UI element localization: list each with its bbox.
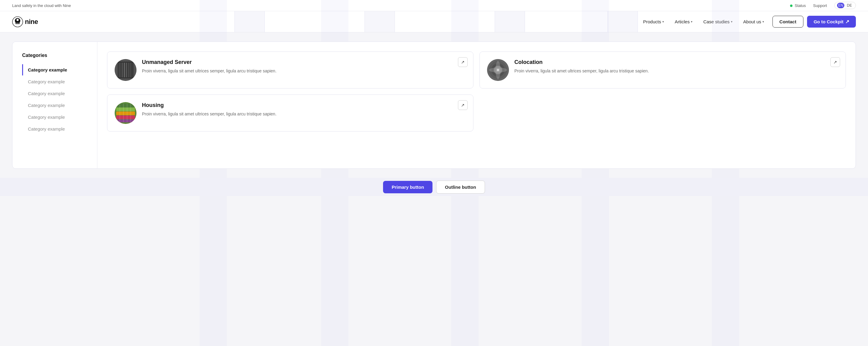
svg-point-4 <box>16 23 17 24</box>
tagline: Land safely in the cloud with Nine <box>12 3 71 8</box>
svg-point-5 <box>17 23 18 24</box>
lang-de-button[interactable]: DE <box>845 3 853 8</box>
card-arrow-housing[interactable]: ↗ <box>458 100 468 110</box>
status-dot <box>790 5 793 7</box>
card-image-server <box>115 59 136 81</box>
housing-image <box>115 102 136 124</box>
svg-rect-12 <box>124 63 125 77</box>
sidebar-title: Categories <box>22 53 90 58</box>
lang-en-button[interactable]: EN <box>837 3 845 8</box>
col-dec-1 <box>235 11 265 32</box>
cards-area: Unmanaged Server Proin viverra, ligula s… <box>97 42 856 168</box>
chevron-down-icon: ▾ <box>691 20 692 23</box>
card-title-colocation: Colocation <box>515 59 838 65</box>
sidebar-item-1[interactable]: Category example <box>22 76 90 87</box>
card-desc-colocation: Proin viverra, ligula sit amet ultrices … <box>515 68 838 74</box>
logo-text: nine <box>25 18 38 26</box>
svg-rect-30 <box>116 119 135 123</box>
logo-icon <box>12 16 23 27</box>
card-content-colocation: Colocation Proin viverra, ligula sit ame… <box>515 59 838 74</box>
cockpit-button[interactable]: Go to Cockpit ↗ <box>807 16 856 28</box>
chevron-down-icon: ▾ <box>763 20 764 23</box>
card-unmanaged-server[interactable]: Unmanaged Server Proin viverra, ligula s… <box>107 51 473 89</box>
header: nine Products ▾ Articles ▾ Case studies … <box>0 11 868 32</box>
card-arrow-colocation[interactable]: ↗ <box>830 57 840 67</box>
cards-row-2: Housing Proin viverra, ligula sit amet u… <box>107 95 846 132</box>
col-dec-3 <box>495 11 525 32</box>
contact-button[interactable]: Contact <box>772 16 803 28</box>
card-arrow-server[interactable]: ↗ <box>458 57 468 67</box>
svg-rect-11 <box>123 63 123 77</box>
sidebar-item-3[interactable]: Category example <box>22 100 90 111</box>
svg-rect-15 <box>130 63 130 77</box>
sidebar-item-2[interactable]: Category example <box>22 88 90 99</box>
language-switcher[interactable]: EN DE <box>834 2 856 9</box>
outline-button[interactable]: Outline button <box>436 181 485 194</box>
status-indicator: Status <box>790 3 806 8</box>
svg-rect-26 <box>116 104 135 107</box>
card-title-housing: Housing <box>142 102 466 108</box>
chevron-down-icon: ▾ <box>731 20 733 23</box>
bottom-section: Primary button Outline button <box>0 178 868 196</box>
primary-button[interactable]: Primary button <box>383 181 432 193</box>
card-image-colocation <box>487 59 509 81</box>
svg-rect-33 <box>127 104 127 123</box>
top-bar: Land safely in the cloud with Nine Statu… <box>0 0 868 11</box>
card-content-server: Unmanaged Server Proin viverra, ligula s… <box>142 59 466 74</box>
card-desc-server: Proin viverra, ligula sit amet ultrices … <box>142 68 466 74</box>
svg-rect-10 <box>121 63 121 77</box>
external-link-icon: ↗ <box>845 19 849 25</box>
empty-placeholder <box>479 95 846 132</box>
card-image-housing <box>115 102 136 124</box>
svg-rect-32 <box>123 104 124 123</box>
sidebar-item-5[interactable]: Category example <box>22 123 90 135</box>
svg-rect-27 <box>116 108 135 111</box>
top-bar-right: Status Support EN DE <box>790 2 856 9</box>
svg-point-23 <box>497 69 499 71</box>
nav-item-case-studies[interactable]: Case studies ▾ <box>699 17 737 27</box>
col-dec-2 <box>365 11 395 32</box>
svg-rect-31 <box>120 104 120 123</box>
server-image <box>115 59 136 81</box>
svg-rect-14 <box>128 63 129 77</box>
cards-row-1: Unmanaged Server Proin viverra, ligula s… <box>107 51 846 89</box>
card-housing[interactable]: Housing Proin viverra, ligula sit amet u… <box>107 95 473 132</box>
sidebar-item-0[interactable]: Category example <box>22 64 90 75</box>
nav-item-products[interactable]: Products ▾ <box>639 17 669 27</box>
svg-rect-13 <box>126 63 127 77</box>
card-desc-housing: Proin viverra, ligula sit amet ultrices … <box>142 111 466 117</box>
svg-point-2 <box>17 19 19 21</box>
col-dec-4 <box>608 11 638 32</box>
logo[interactable]: nine <box>12 16 38 27</box>
svg-rect-16 <box>132 63 132 77</box>
main-nav: Products ▾ Articles ▾ Case studies ▾ Abo… <box>639 16 856 28</box>
svg-rect-9 <box>119 63 120 77</box>
sidebar-item-4[interactable]: Category example <box>22 111 90 123</box>
card-content-housing: Housing Proin viverra, ligula sit amet u… <box>142 102 466 117</box>
svg-rect-34 <box>130 104 131 123</box>
svg-rect-28 <box>116 111 135 115</box>
nav-item-about-us[interactable]: About us ▾ <box>739 17 769 27</box>
colocation-image <box>487 59 509 81</box>
svg-rect-8 <box>118 62 133 78</box>
panel: Categories Category example Category exa… <box>12 41 856 169</box>
main-area: Categories Category example Category exa… <box>0 32 868 178</box>
support-link[interactable]: Support <box>813 3 827 8</box>
sidebar: Categories Category example Category exa… <box>12 42 97 168</box>
svg-point-6 <box>19 23 20 24</box>
sidebar-items: Category example Category example Catego… <box>22 64 90 135</box>
nav-item-articles[interactable]: Articles ▾ <box>670 17 697 27</box>
chevron-down-icon: ▾ <box>662 20 664 23</box>
card-colocation[interactable]: Colocation Proin viverra, ligula sit ame… <box>479 51 846 89</box>
card-title-server: Unmanaged Server <box>142 59 466 65</box>
svg-rect-29 <box>116 115 135 119</box>
